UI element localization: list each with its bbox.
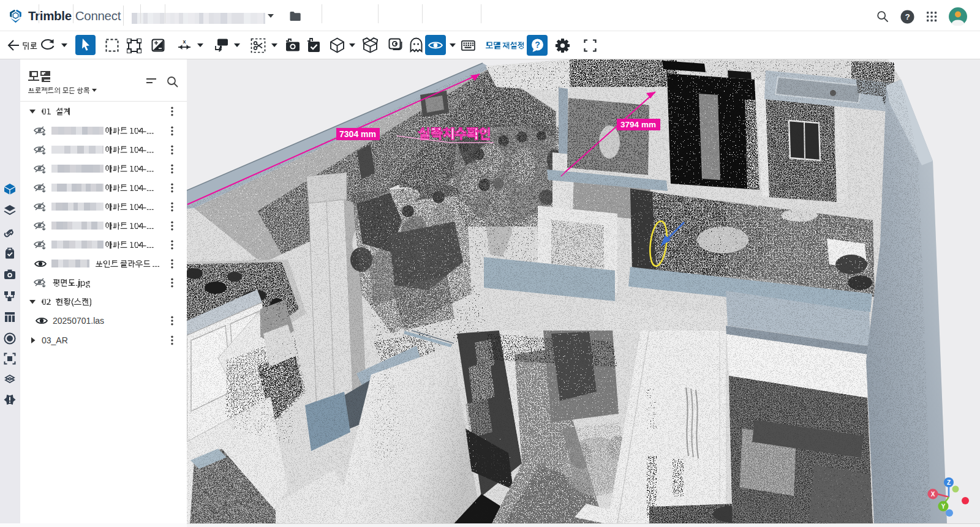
svg-text:3794 mm: 3794 mm xyxy=(620,120,656,129)
svg-text:?: ? xyxy=(905,12,910,21)
svg-text:Y: Y xyxy=(941,503,946,510)
svg-text:7304 mm: 7304 mm xyxy=(339,129,376,139)
svg-text:X: X xyxy=(931,491,935,498)
svg-text:Z: Z xyxy=(947,479,951,486)
